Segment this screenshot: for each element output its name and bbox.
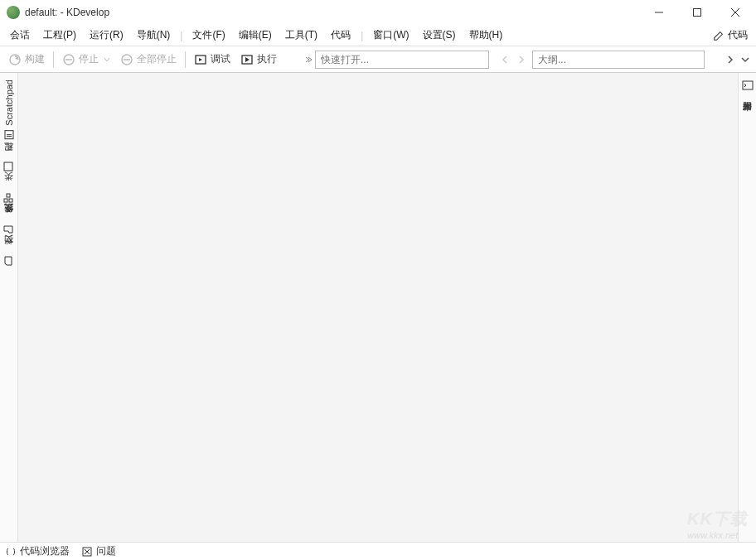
menu-session[interactable]: 会话 [3,26,36,45]
menu-edit[interactable]: 编辑(E) [232,26,279,45]
close-button[interactable] [716,0,754,25]
build-icon [8,53,22,66]
minimize-button[interactable] [640,0,678,25]
stop-icon [62,53,75,66]
debug-button[interactable]: 调试 [189,50,235,69]
sidebar-tab-filesystem[interactable]: 文件系统 [1,217,17,239]
menu-window[interactable]: 窗口(W) [366,26,415,45]
toolbar-next-button[interactable] [723,51,738,69]
chevron-down-icon [104,54,110,65]
menu-code-right[interactable]: 代码 [708,26,753,45]
stop-button[interactable]: 停止 [57,50,115,69]
svg-rect-17 [7,194,11,197]
menu-separator: | [177,30,186,41]
execute-button[interactable]: 执行 [235,50,282,69]
outline-input[interactable] [532,51,705,69]
classes-icon [3,192,15,204]
execute-icon [240,53,254,66]
svg-rect-18 [743,81,753,89]
toolbar: 构建 停止 全部停止 调试 执行 [0,46,756,73]
toolbar-dropdown-button[interactable] [738,51,753,69]
problems-icon [81,546,93,558]
sidebar-tab-external-scripts[interactable]: 外围脚本 [739,76,755,98]
documents-icon [3,255,15,267]
build-button[interactable]: 构建 [3,50,50,69]
filesystem-icon [3,224,15,235]
title-bar: default: - KDevelop [0,0,756,25]
main-area: Scratchpad 工程 类 文件系统 文档 [0,73,756,542]
stop-all-button[interactable]: 全部停止 [115,50,182,69]
debug-icon [194,53,207,66]
bottom-tab-problems[interactable]: 问题 [81,544,116,558]
menu-run[interactable]: 运行(R) [83,26,130,45]
menu-project[interactable]: 工程(P) [36,26,83,45]
toolbar-overflow-icon[interactable] [302,50,315,70]
app-icon [7,6,20,19]
left-sidebar: Scratchpad 工程 类 文件系统 文档 [0,73,18,542]
nav-back-button[interactable] [497,51,512,69]
editor-area [18,73,738,542]
menu-help[interactable]: 帮助(H) [463,26,510,45]
svg-rect-1 [694,9,701,17]
menu-navigate[interactable]: 导航(N) [130,26,177,45]
nav-forward-button[interactable] [514,51,529,69]
window-title: default: - KDevelop [25,7,640,18]
menu-separator: | [357,30,366,41]
svg-rect-16 [5,199,8,202]
menu-tools[interactable]: 工具(T) [279,26,324,45]
terminal-icon [742,80,754,91]
quick-open-input[interactable] [315,51,489,69]
svg-rect-14 [5,162,13,171]
right-sidebar: 外围脚本 [738,73,756,542]
menu-settings[interactable]: 设置(S) [416,26,463,45]
code-browser-icon [5,546,17,558]
svg-rect-15 [10,199,13,202]
sidebar-tab-scratchpad[interactable]: Scratchpad [2,76,17,144]
sidebar-tab-documents[interactable]: 文档 [1,249,17,270]
stop-all-icon [120,53,133,66]
menu-file[interactable]: 文件(F) [186,26,231,45]
sidebar-tab-classes[interactable]: 类 [1,186,17,207]
scratchpad-icon [3,129,15,141]
project-icon [3,161,15,172]
bottom-tab-code-browser[interactable]: 代码浏览器 [5,544,70,558]
bottom-bar: 代码浏览器 问题 [0,542,756,560]
pencil-icon [713,30,724,41]
maximize-button[interactable] [678,0,716,25]
menu-bar: 会话 工程(P) 运行(R) 导航(N) | 文件(F) 编辑(E) 工具(T)… [0,25,756,46]
sidebar-tab-project[interactable]: 工程 [1,154,17,176]
menu-code[interactable]: 代码 [324,26,357,45]
